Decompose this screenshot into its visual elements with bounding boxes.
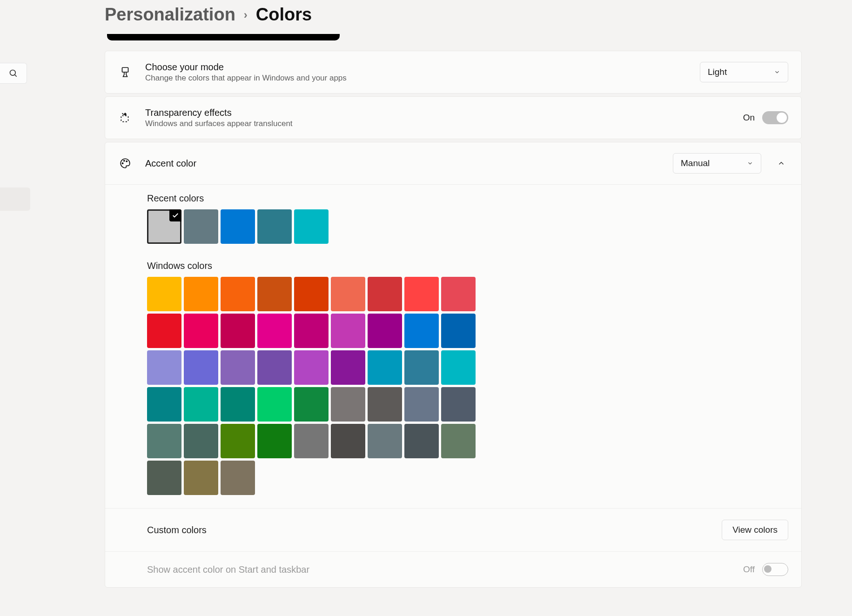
windows-color-swatch[interactable] bbox=[331, 277, 365, 311]
mode-description: Change the colors that appear in Windows… bbox=[145, 74, 700, 83]
view-colors-button[interactable]: View colors bbox=[722, 520, 788, 540]
windows-color-swatch[interactable] bbox=[368, 350, 402, 385]
windows-color-swatch[interactable] bbox=[147, 277, 181, 311]
chevron-right-icon: › bbox=[244, 8, 248, 21]
transparency-toggle[interactable] bbox=[762, 111, 788, 124]
svg-rect-3 bbox=[121, 116, 128, 122]
search-icon bbox=[9, 69, 18, 78]
windows-color-swatch[interactable] bbox=[147, 424, 181, 458]
recent-color-swatch[interactable] bbox=[147, 209, 181, 244]
windows-color-swatch[interactable] bbox=[184, 277, 218, 311]
windows-color-swatch[interactable] bbox=[221, 387, 255, 422]
search-button[interactable] bbox=[0, 63, 27, 84]
windows-color-swatch[interactable] bbox=[184, 350, 218, 385]
svg-point-0 bbox=[10, 70, 15, 75]
windows-color-swatch[interactable] bbox=[331, 424, 365, 458]
show-accent-state-label: Off bbox=[743, 564, 755, 575]
windows-color-swatch[interactable] bbox=[404, 387, 439, 422]
windows-color-swatch[interactable] bbox=[294, 350, 329, 385]
chevron-down-icon bbox=[774, 69, 780, 75]
windows-color-swatch[interactable] bbox=[147, 461, 181, 495]
palette-icon bbox=[118, 156, 132, 170]
accent-mode-value: Manual bbox=[681, 158, 710, 168]
mode-select-value: Light bbox=[708, 67, 727, 77]
transparency-title: Transparency effects bbox=[145, 107, 743, 118]
windows-color-swatch[interactable] bbox=[294, 277, 329, 311]
windows-color-swatch[interactable] bbox=[441, 314, 476, 348]
recent-color-swatch[interactable] bbox=[257, 209, 292, 244]
windows-color-swatch[interactable] bbox=[221, 424, 255, 458]
mode-select[interactable]: Light bbox=[700, 62, 788, 82]
accent-collapse-button[interactable] bbox=[774, 156, 788, 170]
windows-color-swatch[interactable] bbox=[368, 314, 402, 348]
windows-color-swatch[interactable] bbox=[147, 387, 181, 422]
chevron-up-icon bbox=[777, 159, 785, 167]
mode-title: Choose your mode bbox=[145, 62, 700, 73]
recent-color-swatch[interactable] bbox=[184, 209, 218, 244]
show-accent-start-row: Show accent color on Start and taskbar O… bbox=[105, 551, 801, 587]
chevron-down-icon bbox=[747, 160, 753, 167]
windows-color-swatch[interactable] bbox=[294, 314, 329, 348]
windows-color-swatch[interactable] bbox=[404, 314, 439, 348]
svg-point-5 bbox=[124, 161, 125, 161]
windows-color-swatch[interactable] bbox=[331, 387, 365, 422]
windows-color-swatch[interactable] bbox=[404, 277, 439, 311]
windows-color-swatch[interactable] bbox=[331, 314, 365, 348]
svg-point-4 bbox=[122, 163, 123, 164]
transparency-description: Windows and surfaces appear translucent bbox=[145, 119, 743, 128]
windows-color-swatch[interactable] bbox=[368, 387, 402, 422]
breadcrumb-parent[interactable]: Personalization bbox=[105, 5, 235, 25]
accent-title: Accent color bbox=[145, 158, 673, 169]
recent-colors-row bbox=[147, 209, 482, 244]
sidebar-active-item[interactable] bbox=[0, 187, 30, 211]
windows-color-swatch[interactable] bbox=[441, 387, 476, 422]
windows-color-swatch[interactable] bbox=[404, 350, 439, 385]
windows-color-swatch[interactable] bbox=[147, 350, 181, 385]
windows-color-swatch[interactable] bbox=[257, 277, 292, 311]
windows-color-swatch[interactable] bbox=[221, 277, 255, 311]
windows-color-swatch[interactable] bbox=[184, 387, 218, 422]
recent-colors-heading: Recent colors bbox=[147, 193, 788, 204]
accent-card: Accent color Manual Recent colors Window… bbox=[105, 142, 802, 588]
svg-point-6 bbox=[126, 161, 127, 162]
windows-color-swatch[interactable] bbox=[257, 424, 292, 458]
breadcrumb-current: Colors bbox=[256, 5, 312, 25]
windows-color-swatch[interactable] bbox=[331, 350, 365, 385]
custom-colors-label: Custom colors bbox=[147, 525, 207, 536]
windows-color-swatch[interactable] bbox=[184, 314, 218, 348]
windows-color-swatch[interactable] bbox=[441, 277, 476, 311]
svg-line-1 bbox=[14, 74, 16, 76]
show-accent-start-label: Show accent color on Start and taskbar bbox=[147, 564, 309, 575]
custom-colors-row: Custom colors View colors bbox=[105, 508, 801, 551]
windows-color-swatch[interactable] bbox=[257, 314, 292, 348]
mode-card: Choose your mode Change the colors that … bbox=[105, 51, 802, 94]
windows-color-swatch[interactable] bbox=[184, 461, 218, 495]
windows-color-swatch[interactable] bbox=[441, 424, 476, 458]
breadcrumb: Personalization › Colors bbox=[105, 0, 807, 34]
checkmark-icon bbox=[169, 209, 181, 221]
windows-color-swatch[interactable] bbox=[294, 424, 329, 458]
svg-rect-2 bbox=[122, 67, 128, 72]
windows-color-swatch[interactable] bbox=[221, 461, 255, 495]
content-area: Personalization › Colors Choose your mod… bbox=[105, 0, 807, 590]
transparency-card: Transparency effects Windows and surface… bbox=[105, 96, 802, 139]
accent-mode-select[interactable]: Manual bbox=[673, 153, 761, 174]
recent-color-swatch[interactable] bbox=[221, 209, 255, 244]
windows-color-swatch[interactable] bbox=[257, 387, 292, 422]
windows-color-swatch[interactable] bbox=[368, 424, 402, 458]
windows-color-swatch[interactable] bbox=[294, 387, 329, 422]
windows-color-swatch[interactable] bbox=[184, 424, 218, 458]
show-accent-start-toggle bbox=[762, 563, 788, 576]
transparency-icon bbox=[118, 111, 132, 125]
windows-color-swatch[interactable] bbox=[441, 350, 476, 385]
windows-color-swatch[interactable] bbox=[404, 424, 439, 458]
theme-preview-strip bbox=[107, 34, 340, 40]
windows-color-swatch[interactable] bbox=[221, 314, 255, 348]
windows-colors-heading: Windows colors bbox=[147, 261, 788, 271]
windows-color-swatch[interactable] bbox=[368, 277, 402, 311]
recent-color-swatch[interactable] bbox=[294, 209, 329, 244]
accent-body: Recent colors Windows colors bbox=[105, 184, 801, 508]
windows-color-swatch[interactable] bbox=[257, 350, 292, 385]
windows-color-swatch[interactable] bbox=[147, 314, 181, 348]
windows-color-swatch[interactable] bbox=[221, 350, 255, 385]
